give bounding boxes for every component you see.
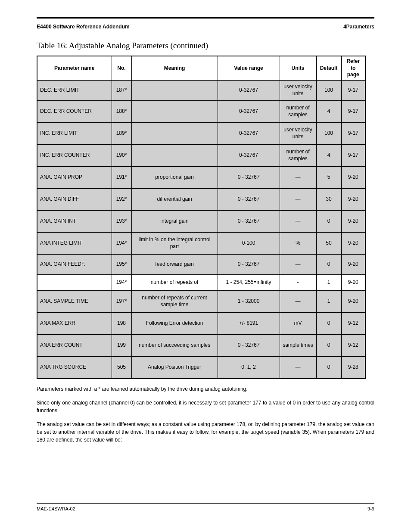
col-name: Parameter name [37,56,112,80]
cell: 189* [112,122,131,144]
cell: 190* [112,144,131,166]
table-row: ANA. SAMPLE TIME 197* number of repeats … [37,290,365,312]
table-row: ANA INTEG LIMIT 194* limit in % on the i… [37,232,365,254]
cell: 9-20 [341,232,365,254]
cell: DEC. ERR LIMIT [37,80,112,100]
cell: 198 [112,312,131,334]
cell: 9-20 [341,188,365,210]
cell: user velocity units [280,122,316,144]
cell: 9-28 [341,356,365,379]
body-paragraphs: Parameters marked with a * are learned a… [37,385,374,444]
cell: % [280,232,316,254]
cell: 100 [316,122,341,144]
table-caption: Table 16: Adjustable Analog Parameters (… [37,41,374,50]
cell: number of repeats of [131,274,218,290]
cell: 9-12 [341,312,365,334]
table-row: INC. ERR COUNTER 190* 0-32767 number of … [37,144,365,166]
table-row: DEC. ERR COUNTER 188* 0-32767 number of … [37,100,365,122]
cell: ANA INTEG LIMIT [37,232,112,254]
table-row: ANA. GAIN DIFF 192* differential gain 0 … [37,188,365,210]
cell: 1 [316,274,341,290]
cell: 0 - 32767 [218,210,280,232]
cell: 187* [112,80,131,100]
cell: ANA. SAMPLE TIME [37,290,112,312]
cell: 0 [316,254,341,274]
cell [131,144,218,166]
cell: 505 [112,356,131,379]
cell: integral gain [131,210,218,232]
cell: 0 - 32767 [218,188,280,210]
cell: 30 [316,188,341,210]
table-row: ANA TRG SOURCE 505 Analog Position Trigg… [37,356,365,379]
cell: Analog Position Trigger [131,356,218,379]
table-header-row: Parameter name No. Meaning Value range U… [37,56,365,80]
cell: ANA. GAIN DIFF [37,188,112,210]
cell: ANA MAX ERR [37,312,112,334]
table-row: ANA. GAIN FEEDF. 195* feedforward gain 0… [37,254,365,274]
cell: differential gain [131,188,218,210]
cell: ANA ERR COUNT [37,334,112,356]
cell: 9-17 [341,100,365,122]
cell: +/- 8191 [218,312,280,334]
cell: 1 - 254, 255=infinity [218,274,280,290]
parameters-table: Parameter name No. Meaning Value range U… [37,56,366,379]
col-meaning: Meaning [131,56,218,80]
cell: number of samples [280,100,316,122]
cell: 199 [112,334,131,356]
cell: number of succeeding samples [131,334,218,356]
col-page: Refer to page [341,56,365,80]
paragraph: Since only one analog channel (channel 0… [37,399,374,414]
cell [131,122,218,144]
cell: — [280,356,316,379]
cell: 197* [112,290,131,312]
cell: 9-20 [341,290,365,312]
footer-right: 9-9 [367,506,374,511]
cell: sample times [280,334,316,356]
cell: 0 [316,356,341,379]
cell: 0-32767 [218,80,280,100]
cell: INC. ERR COUNTER [37,144,112,166]
cell: 9-12 [341,334,365,356]
cell [131,100,218,122]
cell: - [280,274,316,290]
cell: 0 - 32767 [218,334,280,356]
cell: ANA TRG SOURCE [37,356,112,379]
cell: — [280,290,316,312]
cell: 9-20 [341,210,365,232]
cell: user velocity units [280,80,316,100]
cell: 192* [112,188,131,210]
cell: 0-32767 [218,144,280,166]
cell: 9-17 [341,122,365,144]
cell: 5 [316,166,341,188]
table-row: INC. ERR LIMIT 189* 0-32767 user velocit… [37,122,365,144]
cell: 193* [112,210,131,232]
col-no: No. [112,56,131,80]
cell: 0-32767 [218,122,280,144]
cell: 188* [112,100,131,122]
cell: 9-20 [341,254,365,274]
cell: 1 - 32000 [218,290,280,312]
cell: ANA. GAIN FEEDF. [37,254,112,274]
cell: 0 [316,312,341,334]
cell: 9-20 [341,274,365,290]
table-row: ANA. GAIN INT 193* integral gain 0 - 327… [37,210,365,232]
cell: 195* [112,254,131,274]
cell: 4 [316,100,341,122]
cell: 0, 1, 2 [218,356,280,379]
cell: 0 [316,334,341,356]
cell: 0-100 [218,232,280,254]
cell: mV [280,312,316,334]
cell: number of samples [280,144,316,166]
header-right: 4Parameters [343,24,374,30]
col-range: Value range [218,56,280,80]
cell: — [280,210,316,232]
cell: — [280,166,316,188]
footer-left: MAE-E4SWRA-02 [37,506,75,511]
paragraph: Parameters marked with a * are learned a… [37,385,374,393]
cell: 191* [112,166,131,188]
table-row: 194* number of repeats of 1 - 254, 255=i… [37,274,365,290]
cell: Following Error detection [131,312,218,334]
table-row: ANA. GAIN PROP 191* proportional gain 0 … [37,166,365,188]
cell: 4 [316,144,341,166]
cell: — [280,254,316,274]
